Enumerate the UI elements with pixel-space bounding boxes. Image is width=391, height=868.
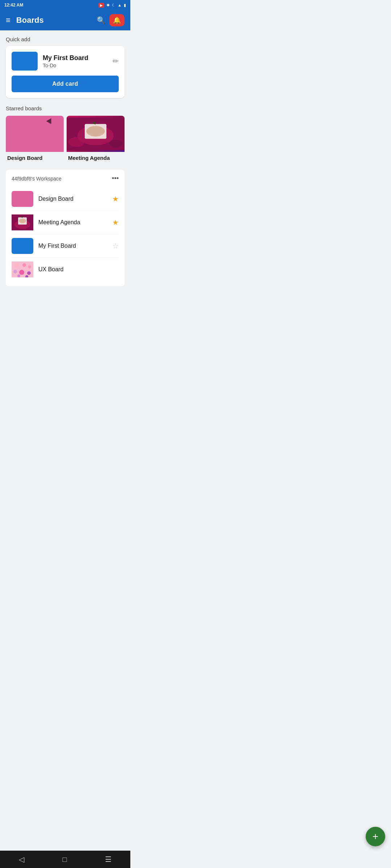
list-board-name: My First Board — [38, 243, 112, 249]
workspace-section: 44f9dbf6's Workspace ••• Design Board ★ … — [6, 170, 125, 286]
svg-point-4 — [68, 137, 85, 147]
quick-add-card: My First Board To-Do ✏ Add card — [6, 46, 125, 98]
list-board-name: Meeting Agenda — [38, 219, 112, 226]
design-list-thumb — [12, 191, 33, 207]
board-thumbnail — [12, 52, 38, 71]
svg-point-11 — [15, 264, 19, 268]
header-left: ≡ Boards — [6, 16, 44, 25]
board-info-left: My First Board To-Do — [12, 52, 88, 71]
header-right: 🔍 🔔 — [97, 14, 125, 26]
design-board-label: Design Board — [6, 152, 64, 162]
uxboard-list-thumb — [12, 261, 33, 277]
bluetooth-icon: ✱ — [106, 3, 110, 8]
star-icon[interactable]: ★ — [112, 195, 119, 203]
svg-point-3 — [87, 126, 105, 136]
starred-boards-grid: Design Board Meeting Agend — [6, 116, 125, 162]
svg-point-9 — [19, 219, 26, 223]
battery-icon: ▮ — [124, 3, 126, 8]
starred-boards-label: Starred boards — [6, 105, 125, 111]
notification-icon: 🔔 — [113, 17, 121, 24]
board-name: My First Board — [43, 54, 88, 62]
star-icon[interactable]: ☆ — [112, 242, 119, 250]
search-icon[interactable]: 🔍 — [97, 16, 106, 25]
status-icons: ▶ ✱ ☾ ▲ ▮ — [98, 3, 126, 8]
list-board-name: UX Board — [38, 266, 119, 273]
status-bar: 12:42 AM ▶ ✱ ☾ ▲ ▮ — [0, 0, 130, 10]
main-content: Quick add My First Board To-Do ✏ Add car… — [0, 30, 130, 292]
design-board-thumb — [6, 116, 64, 152]
starred-board-meeting[interactable]: Meeting Agenda — [67, 116, 125, 162]
status-time: 12:42 AM — [4, 3, 23, 8]
svg-point-14 — [13, 270, 17, 273]
hamburger-menu-icon[interactable]: ≡ — [6, 16, 10, 25]
list-item[interactable]: Meeting Agenda ★ — [12, 211, 119, 234]
board-list-name: To-Do — [43, 63, 88, 68]
svg-point-16 — [27, 271, 31, 275]
notification-button[interactable]: 🔔 — [109, 14, 125, 26]
add-card-button[interactable]: Add card — [12, 76, 119, 92]
list-item[interactable]: Design Board ★ — [12, 187, 119, 211]
edit-icon[interactable]: ✏ — [113, 57, 119, 65]
myfirstboard-list-thumb — [12, 238, 33, 254]
meeting-list-thumb — [12, 214, 33, 230]
board-details: My First Board To-Do — [43, 54, 88, 68]
header-title: Boards — [16, 16, 44, 25]
moon-icon: ☾ — [112, 3, 115, 8]
workspace-header: 44f9dbf6's Workspace ••• — [12, 175, 119, 182]
wifi-icon: ▲ — [118, 3, 122, 7]
video-icon: ▶ — [98, 3, 104, 8]
svg-point-17 — [17, 275, 20, 277]
svg-point-12 — [22, 263, 26, 267]
starred-board-design[interactable]: Design Board — [6, 116, 64, 162]
svg-point-5 — [109, 140, 122, 148]
list-item[interactable]: UX Board — [12, 258, 119, 281]
star-icon[interactable]: ★ — [112, 218, 119, 227]
workspace-more-icon[interactable]: ••• — [112, 175, 119, 182]
workspace-name: 44f9dbf6's Workspace — [12, 176, 62, 182]
board-info-row: My First Board To-Do ✏ — [12, 52, 119, 71]
svg-rect-10 — [12, 261, 33, 277]
meeting-board-label: Meeting Agenda — [67, 152, 125, 162]
list-item[interactable]: My First Board ☆ — [12, 234, 119, 258]
quick-add-label: Quick add — [6, 36, 125, 42]
meeting-board-thumb — [67, 116, 125, 152]
svg-point-13 — [28, 265, 31, 268]
svg-point-15 — [19, 270, 24, 275]
header: ≡ Boards 🔍 🔔 — [0, 10, 130, 30]
list-board-name: Design Board — [38, 196, 112, 202]
